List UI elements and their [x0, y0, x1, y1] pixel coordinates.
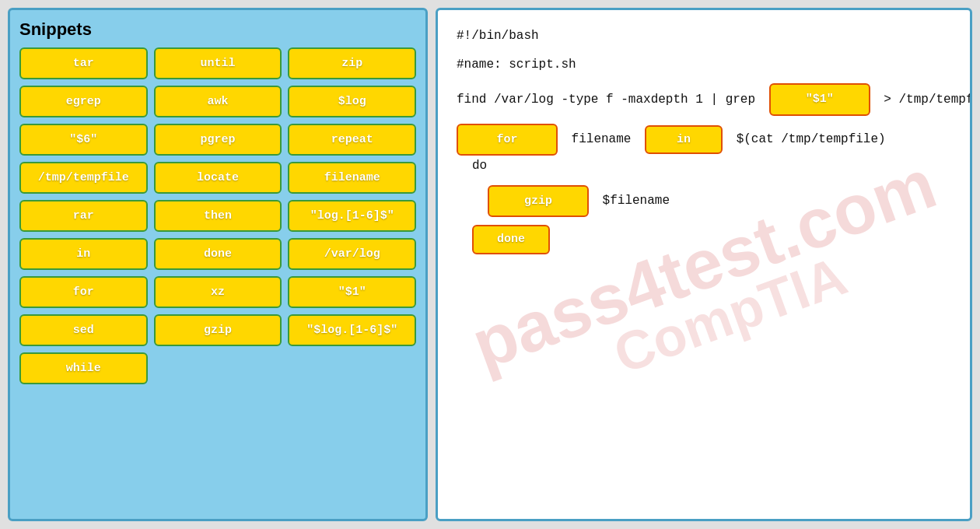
snippet-btn-tmptempfile[interactable]: /tmp/tempfile — [19, 162, 148, 194]
snippet-btn-filename[interactable]: filename — [288, 162, 416, 194]
snippet-btn-rar[interactable]: rar — [19, 200, 148, 232]
comment-line: #name: script.sh — [457, 54, 951, 75]
slot-dollar1[interactable]: "$1" — [769, 83, 870, 116]
for-line: for filename in $(cat /tmp/tempfile) — [457, 124, 951, 156]
slot-for[interactable]: for — [457, 124, 558, 156]
watermark2: CompTIA — [606, 245, 855, 387]
snippets-panel: Snippets taruntilzipegrepawk$log"$6"pgre… — [8, 8, 428, 521]
filename-text: filename — [572, 129, 632, 150]
snippet-btn-zip[interactable]: zip — [288, 47, 416, 79]
snippet-btn-1[interactable]: "$1" — [288, 276, 416, 308]
snippet-btn-in[interactable]: in — [19, 238, 148, 270]
snippet-btn-awk[interactable]: awk — [154, 86, 282, 117]
slot-gzip[interactable]: gzip — [488, 185, 589, 218]
snippet-btn-sed[interactable]: sed — [19, 314, 148, 346]
gzip-line: gzip $filename — [488, 185, 951, 218]
snippet-btn-then[interactable]: then — [154, 200, 282, 232]
do-line: do — [472, 156, 951, 177]
shebang-line: #!/bin/bash — [457, 26, 951, 47]
done-line: done — [472, 225, 951, 254]
snippet-btn-pgrep[interactable]: pgrep — [154, 124, 282, 156]
snippet-btn-log16[interactable]: "$log.[1-6]$" — [288, 314, 416, 346]
snippet-btn-tar[interactable]: tar — [19, 47, 148, 79]
filename-var-text: $filename — [603, 191, 670, 212]
snippet-btn-while[interactable]: while — [19, 352, 148, 384]
snippet-btn-xz[interactable]: xz — [154, 276, 282, 308]
snippet-btn-repeat[interactable]: repeat — [288, 124, 416, 156]
find-text-pre: find /var/log -type f -maxdepth 1 | grep — [457, 89, 755, 110]
snippet-btn-until[interactable]: until — [154, 47, 282, 79]
find-text-post: > /tmp/tempfile — [884, 89, 972, 110]
slot-done[interactable]: done — [472, 225, 550, 254]
comment-text: #name: script.sh — [457, 54, 576, 75]
find-line: find /var/log -type f -maxdepth 1 | grep… — [457, 83, 951, 116]
snippets-grid: taruntilzipegrepawk$log"$6"pgreprepeat/t… — [19, 47, 416, 384]
slot-in[interactable]: in — [645, 125, 723, 155]
snippet-btn-gzip[interactable]: gzip — [154, 314, 282, 346]
panel-title: Snippets — [19, 19, 416, 40]
snippet-btn-log[interactable]: $log — [288, 86, 416, 117]
snippet-btn-6[interactable]: "$6" — [19, 124, 148, 156]
snippet-btn-done[interactable]: done — [154, 238, 282, 270]
code-panel: pass4test.com CompTIA #!/bin/bash #name:… — [436, 8, 972, 521]
snippet-btn-locate[interactable]: locate — [154, 162, 282, 194]
snippet-btn-log16[interactable]: "log.[1-6]$" — [288, 200, 416, 232]
do-text: do — [472, 156, 487, 177]
snippet-btn-for[interactable]: for — [19, 276, 148, 308]
snippet-btn-varlog[interactable]: /var/log — [288, 238, 416, 270]
shebang-text: #!/bin/bash — [457, 26, 539, 47]
cat-text: $(cat /tmp/tempfile) — [737, 129, 886, 150]
snippet-btn-egrep[interactable]: egrep — [19, 86, 148, 117]
